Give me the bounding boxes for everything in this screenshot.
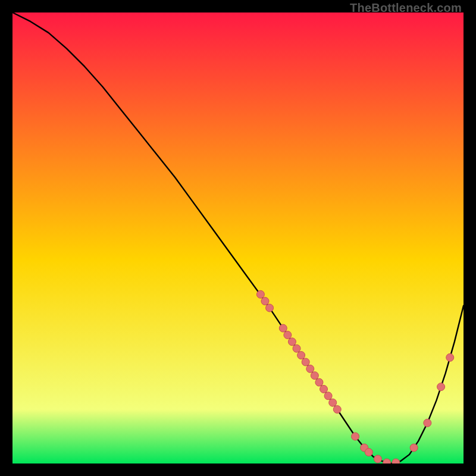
sample-point: [315, 378, 323, 386]
sample-point: [324, 392, 332, 400]
sample-point: [410, 444, 418, 452]
sample-point: [298, 352, 305, 359]
sample-point: [392, 459, 400, 464]
sample-point: [374, 455, 381, 463]
sample-point: [383, 459, 391, 464]
sample-point: [306, 365, 314, 372]
chart-frame: TheBottleneck.com: [0, 0, 476, 476]
sample-point: [284, 331, 292, 339]
sample-point: [288, 338, 296, 346]
sample-point: [293, 345, 300, 352]
plot-area: [12, 12, 464, 464]
sample-point: [437, 383, 445, 391]
plot-svg: [12, 12, 464, 464]
sample-point: [446, 353, 454, 361]
sample-point: [279, 324, 287, 332]
sample-point: [329, 399, 337, 406]
watermark-text: TheBottleneck.com: [350, 1, 462, 15]
sample-point: [311, 372, 318, 380]
sample-point: [365, 449, 372, 456]
sample-point: [333, 406, 341, 414]
sample-point: [256, 290, 264, 298]
sample-point: [424, 419, 431, 427]
sample-point: [320, 385, 328, 393]
sample-point: [352, 433, 359, 440]
sample-point: [261, 298, 269, 305]
sample-point: [266, 304, 274, 312]
gradient-background: [12, 12, 464, 464]
sample-point: [302, 358, 309, 366]
